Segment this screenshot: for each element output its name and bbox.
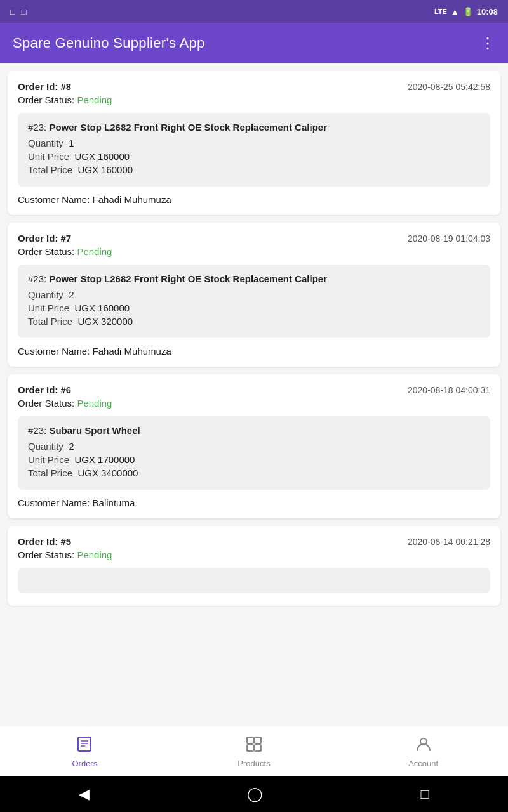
svg-rect-4 — [247, 737, 253, 743]
order-header-8: Order Id: #8 2020-08-25 05:42:58 — [18, 81, 490, 92]
order-card-7: Order Id: #7 2020-08-19 01:04:03 Order S… — [8, 223, 500, 367]
lte-icon: LTE — [434, 8, 447, 15]
item-total-price-6-0: Total Price UGX 3400000 — [28, 468, 480, 478]
orders-icon — [76, 735, 93, 756]
status-bar-left: □ □ — [10, 7, 27, 16]
nav-item-products[interactable]: Products — [170, 730, 339, 773]
order-id-6: Order Id: #6 — [18, 384, 71, 395]
menu-button[interactable]: ⋮ — [480, 36, 495, 51]
status-bar-right: LTE ▲ 🔋 10:08 — [434, 7, 498, 16]
item-title-8-0: #23: Power Stop L2682 Front Right OE Sto… — [28, 122, 480, 133]
svg-rect-6 — [247, 745, 253, 751]
nav-label-products: Products — [237, 759, 270, 768]
order-item-box-6-0: #23: Subaru Sport Wheel Quantity 2 Unit … — [18, 416, 490, 490]
item-quantity-8-0: Quantity 1 — [28, 138, 480, 148]
nav-label-account: Account — [408, 759, 438, 768]
order-status-6: Order Status: Pending — [18, 398, 490, 409]
order-status-8: Order Status: Pending — [18, 95, 490, 105]
nav-item-account[interactable]: Account — [338, 730, 508, 773]
item-unit-price-8-0: Unit Price UGX 160000 — [28, 151, 480, 162]
svg-rect-5 — [255, 737, 261, 743]
signal-icon: ▲ — [451, 7, 459, 16]
recents-button[interactable]: □ — [421, 786, 429, 802]
android-nav-bar: ◀ ◯ □ — [0, 776, 508, 812]
status-bar: □ □ LTE ▲ 🔋 10:08 — [0, 0, 508, 23]
order-status-5: Order Status: Pending — [18, 549, 490, 560]
orders-list: Order Id: #8 2020-08-25 05:42:58 Order S… — [0, 63, 508, 726]
item-quantity-6-0: Quantity 2 — [28, 441, 480, 452]
home-button[interactable]: ◯ — [247, 786, 263, 802]
customer-name-7: Customer Name: Fahadi Muhumuza — [18, 346, 490, 357]
svg-rect-7 — [255, 745, 261, 751]
item-total-price-7-0: Total Price UGX 320000 — [28, 316, 480, 327]
item-unit-price-6-0: Unit Price UGX 1700000 — [28, 454, 480, 465]
item-total-price-8-0: Total Price UGX 160000 — [28, 164, 480, 175]
notification-icon-1: □ — [10, 7, 15, 16]
order-date-8: 2020-08-25 05:42:58 — [408, 82, 490, 92]
order-item-box-7-0: #23: Power Stop L2682 Front Right OE Sto… — [18, 265, 490, 338]
order-header-6: Order Id: #6 2020-08-18 04:00:31 — [18, 384, 490, 395]
order-id-5: Order Id: #5 — [18, 536, 71, 547]
order-date-6: 2020-08-18 04:00:31 — [408, 385, 490, 395]
order-date-5: 2020-08-14 00:21:28 — [408, 537, 490, 547]
order-item-box-8-0: #23: Power Stop L2682 Front Right OE Sto… — [18, 113, 490, 187]
notification-icon-2: □ — [22, 7, 27, 16]
nav-item-orders[interactable]: Orders — [0, 730, 170, 773]
app-title: Spare Genuino Supplier's App — [13, 35, 204, 51]
time-display: 10:08 — [477, 7, 498, 16]
back-button[interactable]: ◀ — [79, 786, 90, 802]
order-id-7: Order Id: #7 — [18, 233, 71, 244]
order-card-6: Order Id: #6 2020-08-18 04:00:31 Order S… — [8, 374, 500, 518]
order-card-8: Order Id: #8 2020-08-25 05:42:58 Order S… — [8, 71, 500, 215]
account-icon — [415, 735, 432, 756]
order-item-box-5-partial — [18, 568, 490, 593]
app-bar: Spare Genuino Supplier's App ⋮ — [0, 23, 508, 63]
order-date-7: 2020-08-19 01:04:03 — [408, 233, 490, 244]
products-icon — [245, 735, 263, 756]
order-header-5: Order Id: #5 2020-08-14 00:21:28 — [18, 536, 490, 547]
order-header-7: Order Id: #7 2020-08-19 01:04:03 — [18, 233, 490, 244]
nav-label-orders: Orders — [72, 759, 97, 768]
item-title-7-0: #23: Power Stop L2682 Front Right OE Sto… — [28, 273, 480, 284]
order-status-7: Order Status: Pending — [18, 246, 490, 257]
item-unit-price-7-0: Unit Price UGX 160000 — [28, 303, 480, 313]
item-quantity-7-0: Quantity 2 — [28, 289, 480, 300]
order-id-8: Order Id: #8 — [18, 81, 71, 92]
item-title-6-0: #23: Subaru Sport Wheel — [28, 425, 480, 436]
customer-name-6: Customer Name: Balintuma — [18, 497, 490, 508]
order-card-5: Order Id: #5 2020-08-14 00:21:28 Order S… — [8, 526, 500, 606]
svg-rect-0 — [78, 737, 91, 751]
customer-name-8: Customer Name: Fahadi Muhumuza — [18, 194, 490, 205]
battery-icon: 🔋 — [463, 7, 473, 16]
bottom-nav: Orders Products Account — [0, 726, 508, 776]
